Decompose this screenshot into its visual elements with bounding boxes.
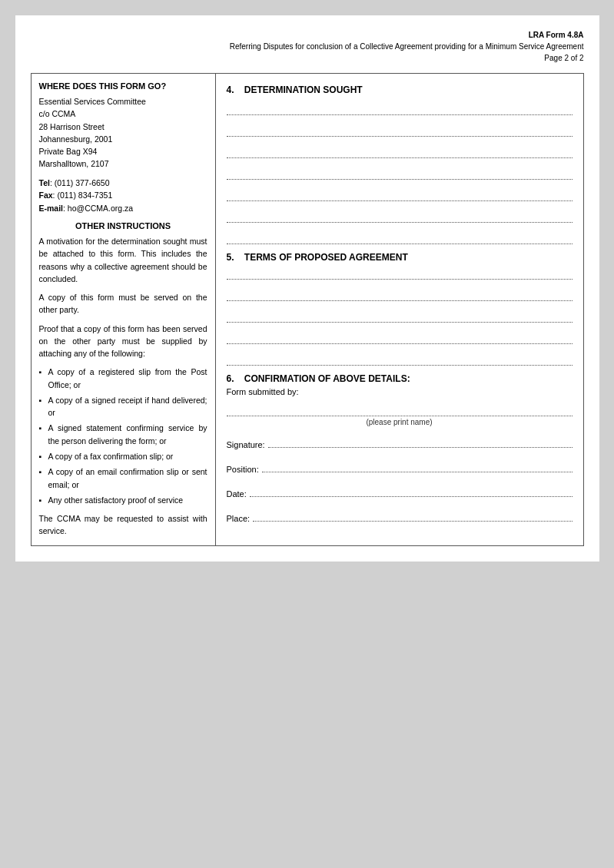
page-header: LRA Form 4.8A Referring Disputes for con…	[31, 29, 584, 64]
input-line[interactable]	[227, 266, 573, 280]
input-line[interactable]	[227, 330, 573, 344]
place-line[interactable]	[253, 508, 572, 522]
form-subtitle: Referring Disputes for conclusion of a C…	[230, 42, 584, 51]
page-number: Page 2 of 2	[544, 54, 583, 62]
position-line[interactable]	[262, 459, 573, 472]
place-label: Place:	[227, 514, 251, 523]
address-line1: Essential Services Committee	[39, 97, 146, 106]
bullet-item: A copy of a signed receipt if hand deliv…	[39, 394, 207, 419]
ccma-note: The CCMA may be requested to assist with…	[39, 512, 207, 538]
page: LRA Form 4.8A Referring Disputes for con…	[15, 15, 599, 562]
bullet-item: A copy of a registered slip from the Pos…	[39, 366, 207, 391]
section5-heading: 5. TERMS OF PROPOSED AGREEMENT	[227, 252, 573, 263]
fax-label: Fax	[39, 190, 53, 200]
address-line5: Private Bag X94	[39, 147, 98, 156]
position-row: Position:	[227, 459, 573, 474]
input-line[interactable]	[227, 287, 573, 301]
main-table: WHERE DOES THIS FORM GO? Essential Servi…	[31, 73, 584, 546]
place-row: Place:	[227, 508, 573, 523]
section4-heading: 4. DETERMINATION SOUGHT	[227, 84, 573, 95]
left-column: WHERE DOES THIS FORM GO? Essential Servi…	[31, 74, 215, 546]
print-name-label: (please print name)	[227, 418, 573, 426]
address-line4: Johannesburg, 2001	[39, 134, 113, 144]
form-submitted-label: Form submitted by:	[227, 387, 573, 396]
where-heading: WHERE DOES THIS FORM GO?	[39, 81, 207, 91]
other-instructions-heading: OTHER INSTRUCTIONS	[39, 221, 207, 230]
input-line[interactable]	[227, 123, 573, 137]
tel-label: Tel	[39, 178, 50, 187]
input-line[interactable]	[227, 144, 573, 158]
input-line[interactable]	[227, 187, 573, 201]
date-line[interactable]	[250, 483, 573, 497]
instruction-para1: A motivation for the determination sough…	[39, 235, 207, 285]
signature-label: Signature:	[227, 440, 265, 449]
position-label: Position:	[227, 465, 259, 474]
bullet-list: A copy of a registered slip from the Pos…	[39, 366, 207, 506]
input-line[interactable]	[227, 309, 573, 323]
bullet-item: A copy of an email confirmation slip or …	[39, 465, 207, 491]
input-line[interactable]	[227, 166, 573, 180]
input-line[interactable]	[227, 101, 573, 115]
date-label: Date:	[227, 489, 247, 499]
signature-line[interactable]	[268, 434, 573, 448]
address-line6: Marshalltown, 2107	[39, 159, 109, 168]
section6: 6. CONFIRMATION OF ABOVE DETAILS: Form s…	[227, 373, 573, 523]
input-line[interactable]	[227, 230, 573, 244]
instruction-para3: Proof that a copy of this form has been …	[39, 323, 207, 360]
signature-row: Signature:	[227, 434, 573, 449]
address-block: Essential Services Committee c/o CCMA 28…	[39, 95, 207, 171]
bullet-item: A signed statement confirming service by…	[39, 422, 207, 447]
instruction-para2: A copy of this form must be served on th…	[39, 291, 207, 316]
address-line2: c/o CCMA	[39, 109, 76, 118]
bullet-item: A copy of a fax confirmation slip; or	[39, 450, 207, 462]
input-line[interactable]	[227, 209, 573, 223]
form-id: LRA Form 4.8A	[529, 31, 584, 39]
bullet-item: Any other satisfactory proof of service	[39, 494, 207, 506]
section6-heading: 6. CONFIRMATION OF ABOVE DETAILS:	[227, 373, 573, 384]
email-label: E-mail	[39, 204, 64, 213]
input-line[interactable]	[227, 352, 573, 366]
date-row: Date:	[227, 483, 573, 499]
print-name-line[interactable]	[227, 399, 573, 416]
contact-block: Tel: (011) 377-6650 Fax: (011) 834-7351 …	[39, 177, 207, 215]
right-column: 4. DETERMINATION SOUGHT 5. TERMS OF PROP…	[215, 74, 583, 546]
address-line3: 28 Harrison Street	[39, 122, 105, 131]
